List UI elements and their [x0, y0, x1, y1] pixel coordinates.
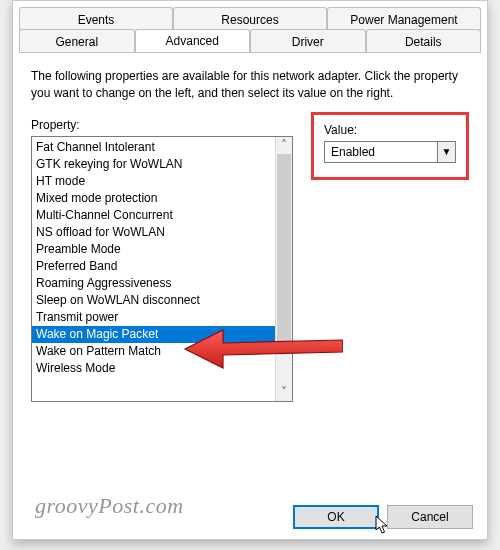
cancel-button[interactable]: Cancel [387, 505, 473, 529]
value-combobox[interactable]: Enabled ▼ [324, 141, 456, 163]
tab-label: General [55, 35, 98, 49]
value-highlight-box: Value: Enabled ▼ [311, 112, 469, 180]
list-item[interactable]: HT mode [32, 173, 275, 190]
list-item[interactable]: Wake on Pattern Match [32, 343, 275, 360]
listbox-scrollbar[interactable]: ˄ ˅ [275, 137, 292, 401]
tab-general[interactable]: General [19, 29, 135, 53]
tab-driver[interactable]: Driver [250, 29, 366, 53]
tab-strip: EventsResourcesPower Management GeneralA… [13, 1, 487, 56]
property-label: Property: [31, 118, 293, 132]
scroll-down-button[interactable]: ˅ [276, 384, 292, 401]
device-properties-dialog: EventsResourcesPower Management GeneralA… [12, 0, 488, 540]
chevron-up-icon: ˄ [281, 138, 287, 152]
tab-label: Power Management [350, 13, 457, 27]
tab-label: Advanced [166, 34, 219, 48]
description-text: The following properties are available f… [31, 68, 469, 102]
tab-details[interactable]: Details [366, 29, 482, 53]
tab-label: Events [78, 13, 115, 27]
dropdown-icon: ▼ [442, 146, 452, 157]
property-listbox[interactable]: Fat Channel IntolerantGTK rekeying for W… [31, 136, 293, 402]
chevron-down-icon: ˅ [281, 385, 287, 399]
list-item[interactable]: Preamble Mode [32, 241, 275, 258]
ok-button[interactable]: OK [293, 505, 379, 529]
list-item[interactable]: Sleep on WoWLAN disconnect [32, 292, 275, 309]
value-combobox-button[interactable]: ▼ [437, 142, 455, 162]
list-item[interactable]: Wireless Mode [32, 360, 275, 377]
dialog-button-row: OK Cancel [293, 505, 473, 529]
list-item[interactable]: Fat Channel Intolerant [32, 139, 275, 156]
scroll-up-button[interactable]: ˄ [276, 137, 292, 154]
scroll-thumb[interactable] [277, 154, 291, 350]
tab-advanced[interactable]: Advanced [135, 29, 251, 53]
tab-label: Resources [221, 13, 278, 27]
scroll-track[interactable] [276, 154, 292, 384]
ok-button-label: OK [327, 510, 344, 524]
tab-events[interactable]: Events [19, 7, 173, 31]
list-item[interactable]: NS offload for WoWLAN [32, 224, 275, 241]
list-item[interactable]: Mixed mode protection [32, 190, 275, 207]
cancel-button-label: Cancel [411, 510, 448, 524]
tab-label: Driver [292, 35, 324, 49]
list-item[interactable]: GTK rekeying for WoWLAN [32, 156, 275, 173]
list-item[interactable]: Roaming Aggressiveness [32, 275, 275, 292]
watermark-text: groovyPost.com [35, 493, 184, 519]
tab-label: Details [405, 35, 442, 49]
list-item[interactable]: Preferred Band [32, 258, 275, 275]
tab-resources[interactable]: Resources [173, 7, 327, 31]
value-combobox-text: Enabled [325, 142, 437, 162]
tab-power-management[interactable]: Power Management [327, 7, 481, 31]
list-item[interactable]: Transmit power [32, 309, 275, 326]
list-item[interactable]: Wake on Magic Packet [32, 326, 275, 343]
value-label: Value: [324, 123, 456, 137]
list-item[interactable]: Multi-Channel Concurrent [32, 207, 275, 224]
tab-body-advanced: The following properties are available f… [13, 56, 487, 410]
